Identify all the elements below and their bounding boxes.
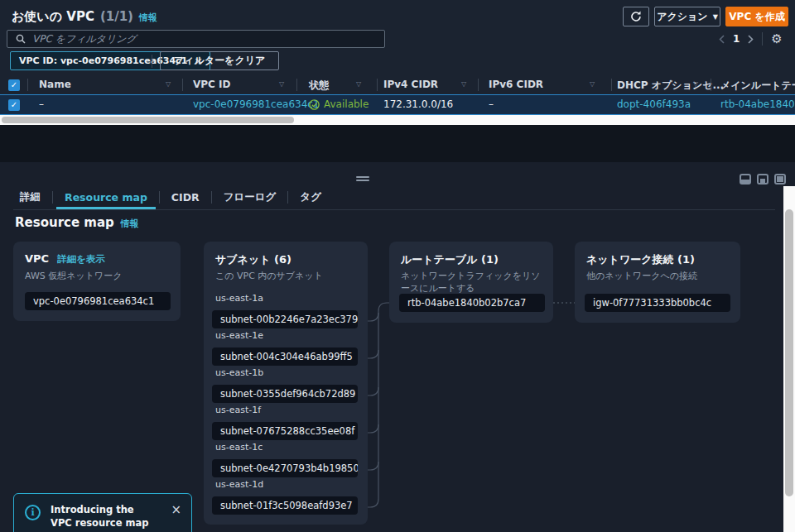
az-label: us-east-1a [215, 293, 263, 304]
create-vpc-label: VPC を作成 [729, 10, 784, 24]
panel-resize-handle[interactable] [356, 176, 369, 182]
column-header-name[interactable]: Name [39, 79, 71, 90]
subnet-node[interactable]: subnet-00b2246e7a23ec379 [212, 310, 358, 328]
page-title: お使いの VPC [12, 9, 94, 25]
vpc-card-title: VPC [25, 252, 49, 265]
chip-divider [152, 55, 152, 68]
actions-button[interactable]: アクション ▼ [654, 7, 720, 26]
section-gap [0, 125, 795, 162]
cell-route-table-link[interactable]: rtb-04abe1840b02b7ca7 [720, 98, 795, 110]
subnet-node[interactable]: subnet-07675288cc35ee08f [212, 422, 358, 440]
cell-state: Available [309, 98, 369, 110]
chevron-down-icon: ▼ [713, 13, 718, 21]
tabs-divider-line [13, 209, 775, 210]
search-icon [16, 34, 26, 44]
pagination-divider [762, 32, 763, 46]
info-icon: i [25, 505, 41, 520]
subnet-node[interactable]: subnet-0e4270793b4b19850 [212, 459, 358, 477]
internet-gateway-node[interactable]: igw-0f77731333bb0bc4c [585, 294, 730, 312]
detail-panel: 詳細 Resource map CIDR フローログ タグ Resource m… [0, 162, 795, 532]
resource-map-heading: Resource map [15, 215, 114, 230]
filter-column-icon[interactable]: ▽ [166, 80, 171, 88]
vpc-list-section: お使いの VPC (1/1) 情報 アクション ▼ VPC を作成 [0, 0, 795, 115]
refresh-icon [630, 11, 642, 22]
subnet-node[interactable]: subnet-0355def964cb72d89 [212, 385, 358, 403]
actions-label: アクション [657, 10, 707, 24]
create-vpc-button[interactable]: VPC を作成 [725, 7, 788, 26]
route-card-subtitle: ネットワークトラフィックをリソースにルートする [401, 271, 542, 295]
header-info-link[interactable]: 情報 [139, 12, 157, 24]
table-row[interactable]: ✓ – vpc-0e0796981cea634c1 Available 172.… [0, 94, 795, 115]
filter-column-icon[interactable]: ▽ [693, 80, 698, 88]
row-checkbox[interactable]: ✓ [8, 99, 20, 111]
check-circle-icon [309, 99, 320, 110]
vpc-console-screen: お使いの VPC (1/1) 情報 アクション ▼ VPC を作成 [0, 0, 795, 532]
column-divider [611, 79, 612, 91]
subnet-node[interactable]: subnet-004c304e46ab99ff5 [212, 347, 358, 366]
column-divider [377, 79, 378, 91]
column-divider [711, 79, 711, 91]
clear-filters-label: フィルターをクリア [174, 54, 265, 68]
network-card-title: ネットワーク接続 (1) [586, 252, 695, 267]
az-label: us-east-1f [215, 405, 261, 415]
column-header-dhcp[interactable]: DHCP オプションセ... [617, 79, 724, 93]
pagination: 1 ⚙ [719, 31, 783, 47]
panel-layout-full-icon[interactable] [774, 174, 786, 185]
refresh-button[interactable] [623, 7, 649, 26]
column-header-ipv6[interactable]: IPv6 CIDR [489, 79, 543, 90]
filter-search [7, 30, 385, 48]
vertical-scrollbar[interactable] [783, 186, 795, 532]
route-tables-card: ルートテーブル (1) ネットワークトラフィックをリソースにルートする rtb-… [389, 242, 553, 323]
column-header-ipv4[interactable]: IPv4 CIDR [383, 79, 438, 90]
filter-column-icon[interactable]: ▽ [461, 80, 466, 88]
panel-layout-bottom-icon[interactable] [740, 174, 751, 185]
filter-column-icon[interactable]: ▽ [279, 80, 284, 88]
column-header-route-table[interactable]: メインルートテーブル [720, 79, 795, 93]
tab-tags[interactable]: タグ [288, 187, 333, 207]
vpc-card: VPC 詳細を表示 AWS 仮想ネットワーク vpc-0e0796981cea6… [13, 242, 181, 321]
cell-name: – [39, 98, 44, 110]
az-label: us-east-1d [215, 479, 263, 490]
network-card-subtitle: 他のネットワークへの接続 [586, 271, 727, 283]
column-divider [182, 79, 183, 91]
az-label: us-east-1b [215, 367, 263, 378]
page-number[interactable]: 1 [733, 33, 740, 45]
page-prev-button[interactable] [719, 35, 725, 44]
subnets-card-title: サブネット (6) [215, 252, 292, 267]
resource-map-info-link[interactable]: 情報 [121, 218, 139, 230]
cell-dhcp-link[interactable]: dopt-406f493a [617, 98, 691, 110]
clear-filters-button[interactable]: フィルターをクリア [160, 51, 279, 70]
column-header-state[interactable]: 状態 [309, 79, 329, 93]
az-label: us-east-1c [215, 442, 263, 453]
tab-flow-logs[interactable]: フローログ [212, 187, 288, 207]
select-all-checkbox[interactable]: ✓ [8, 79, 20, 91]
detail-tabs: 詳細 Resource map CIDR フローログ タグ [8, 187, 333, 207]
route-table-node[interactable]: rtb-04abe1840b02b7ca7 [399, 294, 545, 312]
cell-ipv6: – [489, 98, 494, 110]
subnet-node[interactable]: subnet-01f3c5098eafd93e7 [212, 496, 358, 515]
vpc-details-link[interactable]: 詳細を表示 [57, 253, 105, 266]
vertical-scrollbar-thumb[interactable] [785, 209, 793, 496]
network-connections-card: ネットワーク接続 (1) 他のネットワークへの接続 igw-0f77731333… [575, 242, 740, 323]
tab-cidr[interactable]: CIDR [160, 187, 211, 207]
horizontal-scrollbar-thumb[interactable] [2, 117, 294, 123]
filter-column-icon[interactable]: ▽ [356, 80, 361, 88]
callout-title: Introducing the VPC resource map [51, 504, 158, 530]
state-label: Available [324, 98, 369, 110]
panel-layout-split-icon[interactable] [757, 174, 768, 185]
horizontal-scrollbar[interactable] [0, 115, 795, 125]
tab-details[interactable]: 詳細 [8, 187, 52, 207]
cell-ipv4: 172.31.0.0/16 [383, 98, 453, 110]
filter-column-icon[interactable]: ▽ [590, 80, 595, 88]
search-input[interactable] [32, 33, 376, 45]
resource-map-callout: i Introducing the VPC resource map × The… [13, 493, 192, 532]
close-icon[interactable]: × [171, 502, 181, 517]
gear-icon[interactable]: ⚙ [771, 33, 782, 46]
vpc-node[interactable]: vpc-0e0796981cea634c1 [25, 292, 171, 310]
tab-resource-map[interactable]: Resource map [53, 187, 159, 207]
page-next-button[interactable] [748, 35, 754, 44]
column-divider [296, 79, 297, 91]
column-header-vpc-id[interactable]: VPC ID [193, 79, 231, 90]
cell-vpc-id-link[interactable]: vpc-0e0796981cea634c1 [193, 98, 320, 110]
column-divider [27, 79, 28, 91]
